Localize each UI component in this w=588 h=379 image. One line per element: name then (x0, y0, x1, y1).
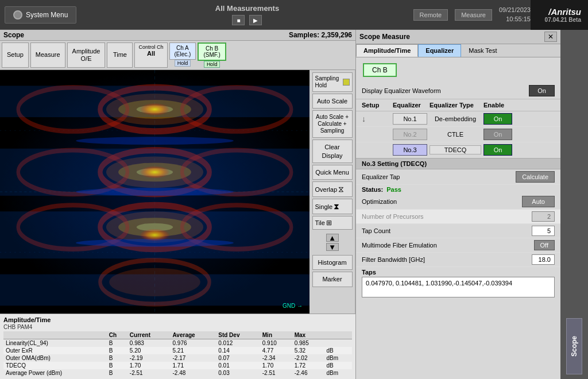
no2-enable-button[interactable]: On (483, 129, 512, 140)
tap-count-value: 5 (532, 226, 555, 236)
remote-button[interactable]: Remote (413, 9, 448, 21)
row-current: 1.70 (127, 362, 171, 369)
stop-button[interactable]: ■ (232, 15, 245, 25)
sampling-hold-label: SamplingHold (315, 75, 339, 89)
scroll-arrows: ▲ ▼ (326, 234, 339, 251)
row-max: 1.72 (292, 362, 324, 369)
auto-scale-button[interactable]: Auto Scale (312, 94, 353, 109)
quick-menu-button[interactable]: Quick Menu (312, 165, 353, 180)
row-ch: B (107, 369, 127, 377)
precursors-row: Number of Precursors 2 (356, 210, 560, 224)
top-bar: System Menu All Measurements ■ ▶ Remote … (0, 0, 588, 30)
filter-bw-row: Filter Bandwidth [GHz] 18.0 (356, 253, 560, 267)
amplitude-oe-label: AmplitudeO/E (72, 48, 100, 62)
measurements-table: Ch Current Average Std Dev Min Max Linea… (3, 331, 352, 377)
calculate-button[interactable]: Calculate (516, 171, 555, 183)
multimode-value: Off (534, 240, 555, 250)
samples-info: Samples: 2,359,296 (289, 31, 352, 39)
no2-row: No.2 CTLE On (356, 127, 560, 142)
row-unit: dBm (324, 354, 352, 362)
amplitude-oe-button[interactable]: AmplitudeO/E (67, 42, 106, 68)
measurements-section: Amplitude/Time CHB PAM4 Ch Current Avera… (0, 314, 355, 379)
no2-button[interactable]: No.2 (393, 129, 427, 140)
arrow-icon: ↓ (362, 114, 390, 123)
row-unit: dB (324, 347, 352, 354)
overlap-button[interactable]: Overlap ⧖ (312, 181, 353, 197)
no3-button[interactable]: No.3 (393, 144, 427, 156)
display-eq-waveform-button[interactable]: On (529, 85, 555, 96)
play-button[interactable]: ▶ (249, 15, 262, 25)
ch-a-button[interactable]: Ch A(Elec.) (169, 42, 196, 60)
setup-button[interactable]: Setup (2, 42, 29, 68)
row-average: 0.976 (171, 339, 216, 347)
marker-button[interactable]: Marker (312, 272, 353, 287)
scroll-up-button[interactable]: ▲ (326, 234, 339, 242)
row-current: -2.51 (127, 369, 171, 377)
auto-button[interactable]: Auto (522, 196, 555, 207)
no1-button[interactable]: No.1 (393, 113, 427, 125)
ch-b-button[interactable]: Ch B(SMF.) (198, 42, 226, 61)
table-row: Outer OMA(dBm) B -2.19 -2.17 0.07 -2.34 … (3, 354, 352, 362)
control-ch-label: Control Ch (138, 44, 163, 50)
date-display: 09/21/2023 (499, 6, 531, 14)
measure-button[interactable]: Measure (455, 9, 492, 21)
svg-point-33 (140, 103, 170, 115)
status-row: Status: Pass (356, 185, 560, 194)
no1-row: ↓ No.1 De-embedding On (356, 111, 560, 127)
row-name: Outer ExR (3, 347, 107, 354)
ch-b-selector-button[interactable]: Ch B (363, 63, 397, 77)
row-min: -2.51 (260, 369, 292, 377)
version-label: 07.04.21 Beta (545, 17, 581, 23)
no3-setting-header: No.3 Setting (TDECQ) (356, 158, 560, 169)
col-min: Min (260, 331, 292, 339)
status-value: Pass (386, 186, 401, 193)
single-button[interactable]: Single ⧗ (312, 199, 353, 214)
tile-label: Tile (315, 219, 325, 226)
no3-enable-button[interactable]: On (483, 144, 512, 156)
clear-display-button[interactable]: Clear Display (312, 140, 353, 163)
histogram-button[interactable]: Histogram (312, 255, 353, 270)
tap-count-label: Tap Count (362, 227, 532, 234)
equalizer-tap-label: Equalizer Tap (362, 173, 516, 180)
table-row: Outer ExR B 5.20 5.21 0.14 4.77 5.32 dB (3, 347, 352, 354)
col-current: Current (127, 331, 171, 339)
row-std-dev: 0.012 (216, 339, 260, 347)
tile-button[interactable]: Tile ⊞ (312, 216, 353, 230)
transport-controls: ■ ▶ (232, 15, 262, 25)
scope-measure-title: Scope Measure (359, 33, 410, 41)
scope-measure-close-button[interactable]: ✕ (544, 32, 557, 42)
row-std-dev: 0.07 (216, 354, 260, 362)
row-unit: dBm (324, 369, 352, 377)
no1-enable-button[interactable]: On (483, 113, 512, 125)
system-menu-label: System Menu (26, 11, 68, 19)
row-name: Outer OMA(dBm) (3, 354, 107, 362)
precursors-value: 2 (532, 211, 555, 222)
enable-header-label: Enable (483, 102, 512, 109)
scope-right-button[interactable]: Scope (566, 318, 582, 374)
meas-subtitle: CHB PAM4 (3, 324, 352, 330)
tab-amplitude-time[interactable]: Amplitude/Time (356, 44, 418, 57)
row-std-dev: 0.14 (216, 347, 260, 354)
display-eq-waveform-row: Display Equalizer Waveform On (356, 83, 560, 99)
scroll-down-button[interactable]: ▼ (326, 243, 339, 251)
row-max: 0.985 (292, 339, 324, 347)
sampling-hold: SamplingHold (312, 72, 353, 92)
datetime: 09/21/2023 10:55:15 (499, 6, 531, 24)
measure-button[interactable]: Measure (30, 42, 65, 68)
tab-mask-test[interactable]: Mask Test (461, 44, 504, 57)
row-ch: B (107, 339, 127, 347)
eye-diagram: GND → (0, 70, 310, 314)
row-unit (324, 339, 352, 347)
tab-equalizer[interactable]: Equalizer (418, 44, 461, 57)
table-row: Average Power (dBm) B -2.51 -2.48 0.03 -… (3, 369, 352, 377)
row-std-dev: 0.01 (216, 362, 260, 369)
svg-point-35 (140, 229, 170, 241)
col-ch: Ch (107, 331, 127, 339)
time-button[interactable]: Time (107, 42, 133, 68)
table-row: TDECQ B 1.70 1.71 0.01 1.70 1.72 dB (3, 362, 352, 369)
circle-icon (13, 10, 22, 20)
system-menu-button[interactable]: System Menu (5, 6, 76, 24)
auto-scale-calc-button[interactable]: Auto Scale +Calculate +Sampling (312, 110, 353, 138)
row-average: -2.48 (171, 369, 216, 377)
overlap-label: Overlap (315, 186, 338, 193)
